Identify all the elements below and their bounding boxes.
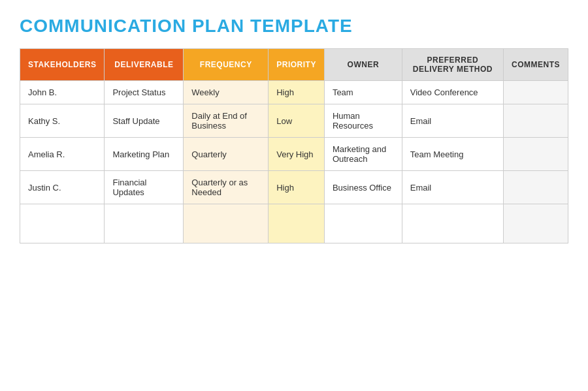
cell-priority: Very High	[269, 138, 325, 171]
table-row: Justin C.Financial UpdatesQuarterly or a…	[20, 171, 568, 204]
communication-plan-table: STAKEHOLDERS DELIVERABLE FREQUENCY PRIOR…	[20, 48, 568, 243]
table-row: John B.Project StatusWeeklyHighTeamVideo…	[20, 81, 568, 104]
cell-delivery-method: Email	[402, 104, 503, 138]
empty-cell	[402, 204, 503, 243]
cell-owner: Team	[324, 81, 402, 104]
cell-comments	[503, 104, 568, 138]
empty-cell	[269, 204, 325, 243]
cell-delivery-method: Email	[402, 171, 503, 204]
cell-priority: Low	[269, 104, 325, 138]
cell-comments	[503, 171, 568, 204]
cell-frequency: Quarterly	[184, 138, 269, 171]
header-delivery-method: PREFERRED DELIVERY METHOD	[402, 49, 503, 81]
cell-stakeholder: Justin C.	[20, 171, 105, 204]
cell-deliverable: Project Status	[105, 81, 184, 104]
cell-comments	[503, 138, 568, 171]
header-stakeholders: STAKEHOLDERS	[20, 49, 105, 81]
cell-stakeholder: John B.	[20, 81, 105, 104]
cell-priority: High	[269, 81, 325, 104]
header-priority: PRIORITY	[269, 49, 325, 81]
empty-cell	[184, 204, 269, 243]
header-comments: COMMENTS	[503, 49, 568, 81]
cell-priority: High	[269, 171, 325, 204]
cell-delivery-method: Team Meeting	[402, 138, 503, 171]
empty-cell	[105, 204, 184, 243]
table-row-empty	[20, 204, 568, 243]
cell-owner: Marketing and Outreach	[324, 138, 402, 171]
page-title: COMMUNICATION PLAN TEMPLATE	[20, 16, 568, 37]
cell-deliverable: Staff Update	[105, 104, 184, 138]
table-row: Kathy S.Staff UpdateDaily at End of Busi…	[20, 104, 568, 138]
cell-deliverable: Financial Updates	[105, 171, 184, 204]
empty-cell	[503, 204, 568, 243]
empty-cell	[20, 204, 105, 243]
table-row: Amelia R.Marketing PlanQuarterlyVery Hig…	[20, 138, 568, 171]
cell-frequency: Weekly	[184, 81, 269, 104]
cell-owner: Business Office	[324, 171, 402, 204]
empty-cell	[324, 204, 402, 243]
cell-delivery-method: Video Conference	[402, 81, 503, 104]
cell-frequency: Quarterly or as Needed	[184, 171, 269, 204]
header-frequency: FREQUENCY	[184, 49, 269, 81]
cell-comments	[503, 81, 568, 104]
cell-owner: Human Resources	[324, 104, 402, 138]
cell-stakeholder: Kathy S.	[20, 104, 105, 138]
header-owner: OWNER	[324, 49, 402, 81]
cell-deliverable: Marketing Plan	[105, 138, 184, 171]
cell-frequency: Daily at End of Business	[184, 104, 269, 138]
cell-stakeholder: Amelia R.	[20, 138, 105, 171]
header-deliverable: DELIVERABLE	[105, 49, 184, 81]
